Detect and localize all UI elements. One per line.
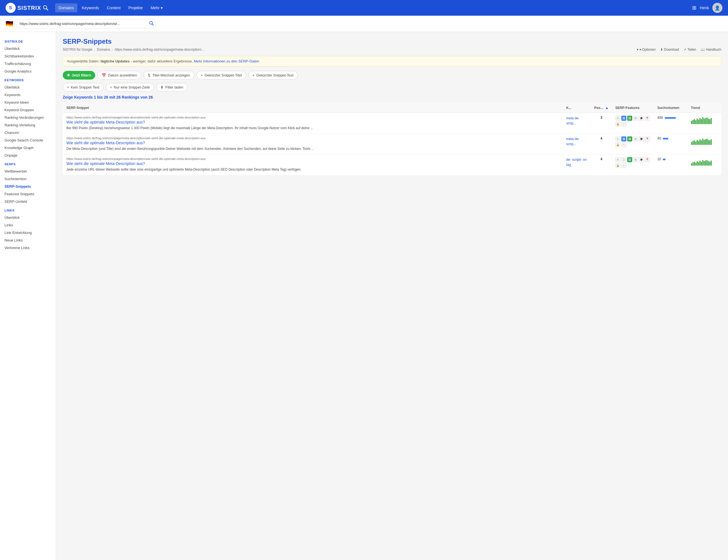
filter-titel-wechsel[interactable]: ⇅ Titel-Wechsel anzeigen — [143, 71, 194, 80]
info-link[interactable]: Mehr Informationen zu den SERP-Daten — [194, 59, 259, 63]
nav-content[interactable]: Content — [104, 3, 124, 12]
breadcrumb-url[interactable]: https://www.sistrix.de/frag-sistrix/onpa… — [115, 48, 204, 52]
table-row: https://www.sistrix.de/frag-sistrix/onpa… — [63, 154, 721, 175]
flag-icon[interactable]: 🇩🇪 — [6, 20, 13, 27]
position-cell: 4 — [591, 154, 612, 175]
options-icon: ▾ — [637, 48, 638, 52]
sidebar-item-ranking-verteilung[interactable]: Ranking-Verteilung — [0, 121, 56, 129]
filter-gekuerzter-text[interactable]: + Gekürzter Snippet-Text — [248, 71, 298, 80]
sidebar-item-links[interactable]: Links — [0, 221, 56, 229]
sidebar-item-ueberblick-1[interactable]: Überblick — [0, 45, 56, 52]
image-icon: 🖼 — [621, 136, 626, 141]
svg-line-1 — [46, 9, 48, 10]
keyword-cell[interactable]: meta de- scrip... — [563, 134, 591, 154]
suchvolumen-cell: 40 — [654, 134, 688, 154]
euro-icon: € — [615, 136, 620, 141]
table-body: https://www.sistrix.de/frag-sistrix/onpa… — [63, 113, 721, 175]
trend-bar — [709, 119, 710, 124]
sidebar-item-link-entwicklung[interactable]: Link-Entwicklung — [0, 229, 56, 236]
sidebar-item-google-analytics[interactable]: Google Analytics — [0, 68, 56, 75]
url-input[interactable] — [16, 19, 156, 28]
sidebar-item-serp-snippets[interactable]: SERP-Snippets — [0, 183, 56, 190]
sidebar-item-suchintention[interactable]: Suchintention — [0, 175, 56, 183]
sidebar-item-ueberblick-2[interactable]: Überblick — [0, 83, 56, 91]
sidebar-item-ranking-veraenderungen[interactable]: Ranking-Veränderungen — [0, 114, 56, 121]
sort-arrow-icon: ▲ — [605, 106, 609, 110]
breadcrumb-domains[interactable]: Domains — [97, 48, 110, 52]
sidebar-item-neue-links[interactable]: Neue Links — [0, 236, 56, 244]
grid-icon[interactable]: ⊞ — [692, 5, 696, 11]
volume-value: 40 — [657, 136, 661, 140]
sidebar-item-keyword-gruppen[interactable]: Keyword-Gruppen — [0, 106, 56, 114]
trend-bar — [692, 120, 694, 124]
trend-bar — [698, 162, 699, 166]
snippet-title[interactable]: Wie sieht die optimale Meta-Description … — [66, 161, 559, 166]
trend-bar — [695, 141, 696, 145]
nav-mehr[interactable]: Mehr ▾ — [147, 3, 166, 12]
sidebar-item-featured-snippets[interactable]: Featured Snippets — [0, 190, 56, 198]
sidebar-item-trafficschaetzung[interactable]: Trafficschätzung — [0, 60, 56, 68]
snippet-title[interactable]: Wie sieht die optimale Meta-Description … — [66, 141, 559, 145]
sidebar: SISTRIX.DE Überblick Sichtbarkeitsindex … — [0, 32, 56, 560]
plus-icon-2: + — [201, 73, 203, 77]
search-button[interactable] — [149, 21, 154, 27]
nav-domains[interactable]: Domains — [55, 3, 77, 12]
snippet-title[interactable]: Wie sieht die optimale Meta-Description … — [66, 120, 559, 124]
trend-cell — [688, 113, 721, 134]
trend-bar — [691, 163, 692, 166]
info-prefix: Ausgewählte Daten: — [67, 59, 99, 63]
volume-bar — [663, 159, 666, 160]
filter-kein-snippet-text[interactable]: + Kein Snippet-Text — [63, 83, 104, 92]
sidebar-item-google-search-console[interactable]: Google Search Console — [0, 136, 56, 144]
sidebar-item-keywords[interactable]: Keywords — [0, 91, 56, 99]
trend-bar — [705, 139, 706, 145]
info-banner: Ausgewählte Daten: tägliche Updates - we… — [63, 56, 721, 66]
trend-bar — [702, 139, 703, 145]
download-button[interactable]: ⬇ Download — [660, 48, 679, 52]
trend-bar — [704, 161, 705, 166]
info-highlight: tägliche Updates — [101, 59, 130, 63]
chevron-down-icon: ▾ — [161, 6, 163, 10]
filter-gekuerzter-titel[interactable]: + Gekürzter Snippet-Titel — [197, 71, 246, 80]
snippet-desc: Bei 990 Pixeln (Desktop) beziehungsweise… — [66, 126, 559, 131]
image2-icon: 🖼 — [627, 136, 632, 141]
snippet-cell: https://www.sistrix.de/frag-sistrix/onpa… — [63, 154, 563, 175]
trend-bar — [706, 139, 708, 145]
snippet-url: https://www.sistrix.de/frag-sistrix/onpa… — [66, 136, 559, 140]
trend-bar — [697, 140, 698, 145]
sidebar-item-knowledge-graph[interactable]: Knowledge Graph — [0, 144, 56, 152]
avatar[interactable]: 👤 — [712, 3, 722, 13]
sidebar-item-keyword-ideen[interactable]: Keyword-Ideen — [0, 99, 56, 106]
breadcrumb-sistrix[interactable]: SISTRIX für Google — [63, 48, 92, 52]
filter-eine-snippet-zeile[interactable]: + Nur eine Snippet-Zeile — [106, 83, 154, 92]
filter-jetzt-filtern[interactable]: ✚ Jetzt filtern — [63, 71, 95, 80]
hat-icon: 🎓 — [639, 157, 644, 162]
serp-features-cell: €🖼🖼⊞🎓📍🔒↩ — [612, 113, 654, 134]
trend-bar — [697, 161, 698, 166]
image2-icon: 🖼 — [627, 157, 632, 162]
nav-keywords[interactable]: Keywords — [78, 3, 102, 12]
keyword-cell[interactable]: de- scripti- on tag — [563, 154, 591, 175]
nav-projekte[interactable]: Projekte — [125, 3, 146, 12]
sidebar-item-sichtbarkeitsindex[interactable]: Sichtbarkeitsindex — [0, 52, 56, 60]
sidebar-item-chancen[interactable]: Chancen — [0, 129, 56, 136]
filter-laden-button[interactable]: ⬇ Filter laden — [156, 83, 187, 92]
teilen-button[interactable]: ↗ Teilen — [683, 48, 696, 52]
trend-bar — [701, 119, 702, 124]
sidebar-item-onpage[interactable]: Onpage — [0, 152, 56, 159]
sidebar-item-verlorene-links[interactable]: Verlorene Links — [0, 244, 56, 252]
filter-datum-auswaehlen[interactable]: 📅 Datum auswählen — [97, 71, 141, 80]
sidebar-item-serp-umfeld[interactable]: SERP-Umfeld — [0, 198, 56, 205]
sidebar-item-ueberblick-3[interactable]: Überblick — [0, 214, 56, 221]
sidebar-item-wettbewerber[interactable]: Wettbewerber — [0, 168, 56, 175]
th-position[interactable]: Pos... ▲ — [591, 103, 612, 113]
handbuch-button[interactable]: 📖 Handbuch — [701, 48, 721, 52]
trend-bar — [692, 162, 694, 166]
options-button[interactable]: ▾ ▾ Optionen — [637, 48, 656, 52]
table-row: https://www.sistrix.de/frag-sistrix/onpa… — [63, 134, 721, 154]
reply-icon: ↩ — [621, 163, 626, 168]
logo[interactable]: S SISTRIX — [6, 3, 48, 13]
suchvolumen-cell: 400 — [654, 113, 688, 134]
keyword-cell[interactable]: meta de- scrip... — [563, 113, 591, 134]
snippet-url: https://www.sistrix.de/frag-sistrix/onpa… — [66, 157, 559, 161]
